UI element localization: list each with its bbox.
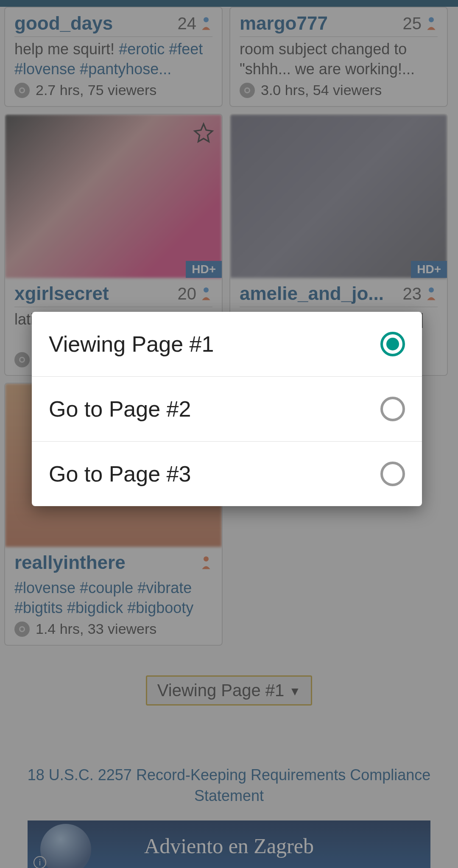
- page-option-2[interactable]: Go to Page #2: [32, 377, 422, 442]
- radio-icon[interactable]: [380, 462, 405, 486]
- option-label: Go to Page #2: [49, 396, 191, 422]
- page-option-3[interactable]: Go to Page #3: [32, 442, 422, 506]
- radio-icon[interactable]: [380, 397, 405, 421]
- modal-overlay[interactable]: Viewing Page #1 Go to Page #2 Go to Page…: [0, 0, 458, 868]
- option-label: Go to Page #3: [49, 461, 191, 487]
- page-select-dialog: Viewing Page #1 Go to Page #2 Go to Page…: [32, 312, 422, 506]
- radio-selected-icon[interactable]: [380, 332, 405, 356]
- page-option-1[interactable]: Viewing Page #1: [32, 312, 422, 377]
- option-label: Viewing Page #1: [49, 331, 214, 357]
